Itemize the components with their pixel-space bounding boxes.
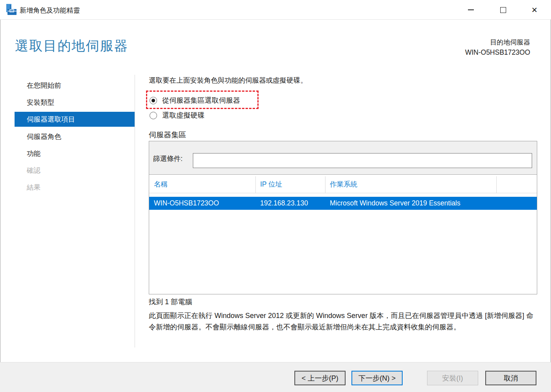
destination-server-label: 目的地伺服器 (465, 38, 530, 47)
destination-server-block: 目的地伺服器 WIN-O5HSB1723OO (465, 38, 530, 57)
server-manager-icon (5, 4, 17, 16)
server-pool-panel: 篩選條件: 名稱 IP 位址 作業系統 WIN-O5HSB1723OO 192.… (149, 141, 537, 294)
wizard-window: 新增角色及功能精靈 ✕ 選取目的地伺服器 目的地伺服器 WIN-O5HSB172… (0, 0, 551, 392)
column-header-name[interactable]: 名稱 (149, 175, 255, 193)
filter-area: 篩選條件: (149, 141, 537, 175)
cell-server-os: Microsoft Windows Server 2019 Essentials (325, 197, 537, 210)
sidebar-item-before-you-begin[interactable]: 在您開始前 (15, 77, 135, 94)
radio-label: 從伺服器集區選取伺服器 (162, 96, 240, 105)
title-bar: 新增角色及功能精靈 ✕ (0, 0, 551, 20)
page-description-text: 此頁面顯示正在執行 Windows Server 2012 或更新的 Windo… (149, 310, 540, 333)
sidebar-item-installation-type[interactable]: 安裝類型 (15, 94, 135, 111)
next-button[interactable]: 下一步(N) > (351, 371, 403, 385)
sidebar-item-server-roles[interactable]: 伺服器角色 (15, 128, 135, 145)
column-header-ip[interactable]: IP 位址 (255, 175, 325, 193)
cell-server-name: WIN-O5HSB1723OO (149, 197, 255, 210)
window-title: 新增角色及功能精靈 (20, 6, 80, 15)
instruction-text: 選取要在上面安裝角色與功能的伺服器或虛擬硬碟。 (149, 76, 307, 85)
radio-label: 選取虛擬硬碟 (162, 111, 205, 120)
close-button[interactable]: ✕ (524, 0, 545, 20)
close-icon: ✕ (531, 6, 538, 14)
column-header-os[interactable]: 作業系統 (325, 175, 496, 193)
minimize-button[interactable] (460, 0, 481, 20)
sidebar-item-features[interactable]: 功能 (15, 145, 135, 162)
radio-select-virtual-hard-disk[interactable]: 選取虛擬硬碟 (150, 111, 205, 120)
table-row-selected[interactable]: WIN-O5HSB1723OO 192.168.23.130 Microsoft… (149, 197, 537, 210)
wizard-steps-sidebar: 在您開始前 安裝類型 伺服器選取項目 伺服器角色 功能 確認 結果 (15, 77, 135, 196)
cell-server-ip: 192.168.23.130 (255, 197, 325, 210)
server-pool-section-label: 伺服器集區 (149, 130, 186, 140)
install-button[interactable]: 安裝(I) (427, 371, 478, 385)
maximize-button[interactable] (493, 0, 513, 20)
filter-label: 篩選條件: (153, 154, 183, 163)
maximize-icon (500, 7, 506, 13)
destination-server-name: WIN-O5HSB1723OO (465, 48, 530, 57)
computers-found-text: 找到 1 部電腦 (149, 297, 192, 307)
cancel-button[interactable]: 取消 (485, 371, 536, 385)
filter-input[interactable] (193, 153, 532, 168)
server-table-header: 名稱 IP 位址 作業系統 (149, 175, 537, 193)
radio-selected-icon (150, 97, 157, 104)
minimize-icon (468, 9, 474, 10)
previous-button[interactable]: < 上一步(P) (294, 371, 346, 385)
header-underline (149, 193, 537, 193)
radio-select-from-server-pool[interactable]: 從伺服器集區選取伺服器 (150, 96, 240, 105)
column-separator[interactable] (496, 176, 497, 193)
footer-bar: < 上一步(P) 下一步(N) > 安裝(I) 取消 (0, 362, 551, 392)
sidebar-item-confirmation: 確認 (15, 162, 135, 179)
sidebar-item-server-selection[interactable]: 伺服器選取項目 (15, 112, 135, 127)
sidebar-item-results: 結果 (15, 179, 135, 196)
page-title: 選取目的地伺服器 (15, 37, 128, 55)
sidebar-divider (135, 75, 135, 348)
radio-unselected-icon (150, 112, 157, 119)
